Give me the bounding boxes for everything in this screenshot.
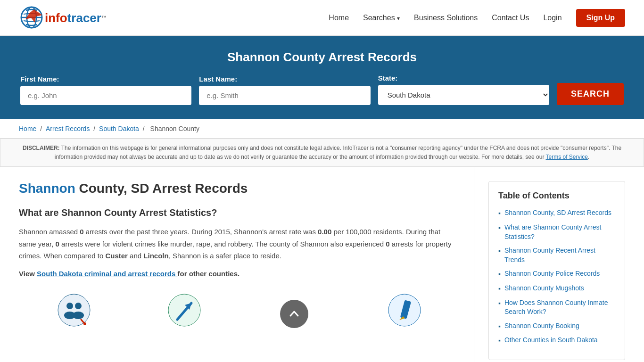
svg-point-9	[83, 322, 86, 325]
arrests-count: 0	[80, 228, 83, 236]
main-nav: Home Searches ▾ Business Solutions Conta…	[329, 9, 625, 27]
disclaimer-label: DISCLAIMER:	[23, 145, 60, 151]
svg-point-5	[75, 303, 82, 309]
toc-item: Shannon County Recent Arrest Trends	[498, 246, 615, 264]
icon-scroll-up[interactable]	[239, 300, 350, 328]
logo-info: info	[45, 11, 67, 25]
toc-item: Shannon County Booking	[498, 321, 615, 331]
title-highlight: Shannon	[19, 181, 75, 196]
view-link-paragraph: View South Dakota criminal and arrest re…	[19, 270, 460, 278]
toc-title: Table of Contents	[498, 191, 615, 201]
arrow-up-icon	[168, 294, 201, 327]
county1-name: Custer	[105, 252, 128, 260]
breadcrumb-sep1: /	[40, 125, 44, 132]
violent-count: 0	[56, 240, 59, 248]
toc-link[interactable]: Shannon County, SD Arrest Records	[504, 208, 611, 218]
breadcrumb-arrest-records[interactable]: Arrest Records	[46, 125, 90, 132]
content-left: Shannon County, SD Arrest Records What a…	[19, 167, 474, 362]
breadcrumb: Home / Arrest Records / South Dakota / S…	[0, 119, 644, 139]
content-right: Table of Contents Shannon County, SD Arr…	[474, 167, 625, 362]
county2-name: Lincoln	[143, 252, 168, 260]
state-select[interactable]: South Dakota Alabama Alaska Arizona Arka…	[378, 85, 549, 105]
toc-link[interactable]: What are Shannon County Arrest Statistic…	[504, 223, 615, 241]
last-name-label: Last Name:	[199, 75, 370, 83]
nav-searches[interactable]: Searches ▾	[363, 14, 400, 22]
state-label: State:	[378, 74, 549, 82]
nav-home[interactable]: Home	[329, 14, 349, 22]
arrest-stats-paragraph: Shannon amassed 0 arrests over the past …	[19, 226, 460, 262]
svg-point-3	[58, 294, 90, 326]
disclaimer-bar: DISCLAIMER: The information on this webp…	[0, 139, 644, 167]
toc-item: Shannon County Police Records	[498, 269, 615, 279]
toc-link[interactable]: Shannon County Police Records	[504, 269, 600, 279]
search-title: Shannon County Arrest Records	[19, 50, 625, 65]
disclaimer-text: The information on this webpage is for g…	[55, 145, 621, 160]
breadcrumb-home[interactable]: Home	[19, 125, 36, 132]
breadcrumb-sep3: /	[143, 125, 147, 132]
toc-link[interactable]: Other Counties in South Dakota	[504, 336, 598, 345]
logo-icon	[19, 5, 45, 31]
nav-contact-us[interactable]: Contact Us	[492, 14, 529, 22]
toc-item: How Does Shannon County Inmate Search Wo…	[498, 298, 615, 317]
icons-row	[19, 289, 460, 328]
svg-point-4	[66, 303, 73, 309]
page-main-title: Shannon County, SD Arrest Records	[19, 181, 460, 196]
terms-of-service-link[interactable]: Terms of Service	[546, 154, 588, 160]
toc-item: Shannon County Mugshots	[498, 284, 615, 294]
login-button[interactable]: Login	[543, 14, 561, 22]
toc-box: Table of Contents Shannon County, SD Arr…	[488, 181, 625, 360]
people-icon	[58, 294, 91, 327]
chevron-up-icon	[288, 307, 301, 321]
breadcrumb-sep2: /	[93, 125, 97, 132]
icon-arrow	[129, 294, 239, 328]
south-dakota-records-link[interactable]: South Dakota criminal and arrest records	[37, 270, 177, 278]
chevron-down-icon: ▾	[397, 15, 400, 22]
toc-list: Shannon County, SD Arrest RecordsWhat ar…	[498, 208, 615, 346]
logo[interactable]: infotracer™	[19, 5, 107, 31]
last-name-group: Last Name:	[199, 75, 370, 105]
breadcrumb-south-dakota[interactable]: South Dakota	[99, 125, 139, 132]
last-name-input[interactable]	[199, 86, 370, 105]
first-name-input[interactable]	[20, 86, 191, 105]
toc-link[interactable]: Shannon County Mugshots	[504, 284, 584, 293]
pencil-icon	[388, 294, 421, 327]
svg-point-7	[73, 312, 84, 319]
toc-link[interactable]: Shannon County Booking	[504, 321, 579, 331]
search-button[interactable]: SEARCH	[557, 83, 624, 105]
signup-button[interactable]: Sign Up	[576, 9, 625, 27]
state-group: State: South Dakota Alabama Alaska Arizo…	[378, 74, 549, 105]
header: infotracer™ Home Searches ▾ Business Sol…	[0, 0, 644, 36]
first-name-label: First Name:	[20, 75, 191, 83]
icon-pencil	[349, 294, 460, 328]
first-name-group: First Name:	[20, 75, 191, 105]
toc-link[interactable]: How Does Shannon County Inmate Search Wo…	[504, 298, 615, 317]
logo-tracer: tracer	[67, 11, 101, 25]
icon-people	[19, 294, 129, 328]
toc-item: Shannon County, SD Arrest Records	[498, 208, 615, 218]
property-count: 0	[386, 240, 389, 248]
arrest-rate: 0.00	[318, 228, 331, 236]
breadcrumb-shannon-county: Shannon County	[150, 125, 199, 132]
arrest-stats-title: What are Shannon County Arrest Statistic…	[19, 207, 460, 218]
toc-link[interactable]: Shannon County Recent Arrest Trends	[504, 246, 615, 264]
search-section: Shannon County Arrest Records First Name…	[0, 36, 644, 119]
toc-item: What are Shannon County Arrest Statistic…	[498, 223, 615, 241]
title-rest: County, SD Arrest Records	[75, 181, 248, 196]
main-content: Shannon County, SD Arrest Records What a…	[0, 167, 644, 362]
search-form: First Name: Last Name: State: South Dako…	[20, 74, 624, 105]
toc-item: Other Counties in South Dakota	[498, 336, 615, 346]
logo-tm: ™	[101, 15, 107, 20]
nav-business-solutions[interactable]: Business Solutions	[414, 14, 478, 22]
